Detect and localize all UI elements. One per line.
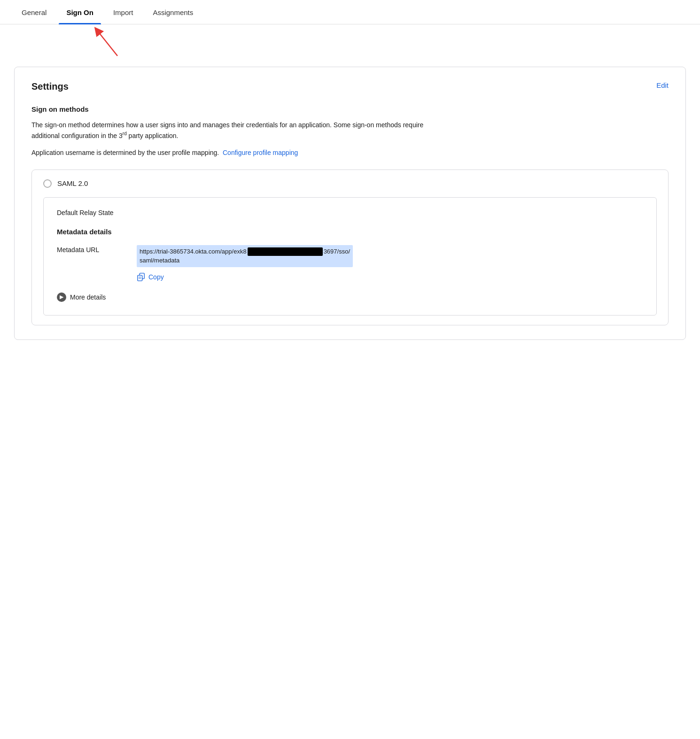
saml-header: SAML 2.0 [43, 179, 657, 188]
tab-sign-on[interactable]: Sign On [59, 0, 101, 24]
more-details-label: More details [70, 293, 106, 301]
settings-card: Settings Edit Sign on methods The sign-o… [14, 67, 686, 340]
annotation-arrow-container [0, 24, 700, 57]
tab-assignments[interactable]: Assignments [145, 0, 201, 24]
annotation-arrow [92, 22, 129, 60]
sign-on-methods-section: Sign on methods The sign-on method deter… [31, 105, 669, 158]
configure-profile-mapping-link[interactable]: Configure profile mapping [223, 149, 298, 156]
metadata-url-container: https://trial-3865734.okta.com/app/exk83… [137, 245, 353, 281]
tab-general[interactable]: General [14, 0, 54, 24]
metadata-url-value: https://trial-3865734.okta.com/app/exk83… [137, 245, 353, 267]
relay-state-label: Default Relay State [57, 209, 643, 216]
copy-button[interactable]: Copy [137, 273, 353, 281]
settings-title: Settings [31, 81, 69, 92]
svg-line-0 [97, 31, 117, 56]
settings-header: Settings Edit [31, 81, 669, 92]
more-details-row[interactable]: ▶ More details [57, 293, 643, 302]
saml-details-box: Default Relay State Metadata details Met… [43, 197, 657, 316]
saml-container: SAML 2.0 Default Relay State Metadata de… [31, 169, 669, 325]
profile-mapping-text: Application username is determined by th… [31, 147, 436, 158]
tab-import[interactable]: Import [106, 0, 141, 24]
metadata-url-redacted [248, 247, 323, 256]
tab-navigation: General Sign On Import Assignments [0, 0, 700, 24]
edit-button[interactable]: Edit [656, 81, 669, 89]
metadata-url-row: Metadata URL https://trial-3865734.okta.… [57, 245, 643, 281]
more-details-chevron-icon: ▶ [57, 293, 66, 302]
metadata-details-title: Metadata details [57, 228, 643, 236]
copy-label: Copy [148, 273, 164, 281]
sign-on-description: The sign-on method determines how a user… [31, 120, 436, 141]
saml-label: SAML 2.0 [57, 179, 88, 187]
metadata-details-section: Metadata details Metadata URL https://tr… [57, 228, 643, 281]
metadata-url-prefix: https://trial-3865734.okta.com/app/exk8 [140, 248, 247, 255]
sign-on-methods-title: Sign on methods [31, 105, 669, 113]
profile-mapping-label: Application username is determined by th… [31, 149, 219, 156]
metadata-url-label: Metadata URL [57, 245, 118, 254]
saml-radio[interactable] [43, 179, 52, 188]
copy-icon [137, 273, 145, 281]
main-content: Settings Edit Sign on methods The sign-o… [0, 57, 700, 354]
